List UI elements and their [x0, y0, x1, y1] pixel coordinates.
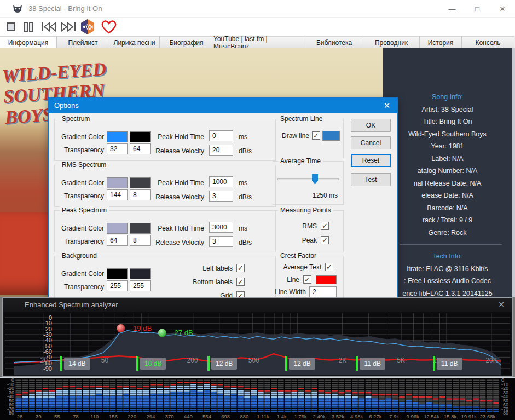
transparency-input-1[interactable]	[107, 280, 128, 291]
pause-button[interactable]	[21, 19, 36, 34]
tab-7[interactable]: История	[420, 36, 462, 48]
average-time-slider[interactable]	[277, 178, 339, 180]
stop-button[interactable]	[3, 19, 19, 34]
left-labels-checkbox[interactable]: ✓	[236, 264, 245, 272]
svg-text:12.54k: 12.54k	[424, 413, 439, 419]
gradient-color-label: Gradient Color	[61, 131, 104, 142]
band-crest-marker: 14 dB	[60, 356, 90, 371]
gradient-color-swatch-2[interactable]	[130, 131, 151, 142]
ok-button[interactable]: OK	[351, 119, 391, 132]
favorite-heart-icon[interactable]	[100, 19, 118, 34]
svg-text:9.96k: 9.96k	[407, 413, 419, 419]
spectrum-graph-overlay: 14 dB16 dB12 dB12 dB11 dB11 dB	[4, 312, 511, 375]
gradient-color-swatch-2[interactable]	[130, 223, 151, 234]
info-line: elease Date: N/A	[383, 189, 512, 202]
bar-analyzer-panel: 00-10-10-20-20-30-30-40-40-50-50-60-60-7…	[0, 377, 515, 420]
previous-track-button[interactable]	[39, 19, 58, 34]
average-text-checkbox[interactable]: ✓	[325, 263, 333, 271]
close-button[interactable]: ✕	[490, 0, 515, 18]
crest-line-checkbox[interactable]: ✓	[303, 275, 311, 284]
transparency-label: Transparency	[64, 145, 104, 156]
transparency-input-2[interactable]	[130, 143, 151, 154]
toolbar: 38 Special — Bring It On [2:11/5:40] 1 D…	[0, 18, 515, 36]
gradient-color-label: Gradient Color	[61, 268, 104, 279]
svg-text:554: 554	[202, 413, 211, 419]
tab-8[interactable]: Консоль	[462, 36, 514, 48]
dialog-close-icon[interactable]: ✕	[381, 101, 393, 111]
dialog-title-bar[interactable]: Options ✕	[49, 98, 397, 113]
cancel-button[interactable]: Cancel	[351, 136, 391, 149]
peak-hold-time-input[interactable]	[209, 176, 233, 187]
analyzer-title-bar[interactable]: Enhanced Spectrum analyzer ✕	[3, 298, 512, 312]
band-crest-marker: 11 dB	[433, 356, 462, 371]
transparency-input-2[interactable]	[130, 280, 151, 291]
svg-text:294: 294	[146, 413, 155, 419]
tab-3[interactable]: Биография	[160, 36, 213, 48]
info-line: nal Release Date: N/A	[383, 177, 512, 190]
gradient-color-swatch-2[interactable]	[130, 177, 151, 188]
transparency-input-1[interactable]	[107, 143, 128, 154]
tab-0[interactable]: Информация	[0, 36, 57, 48]
bottom-labels-checkbox[interactable]: ✓	[236, 278, 245, 286]
band-marker-label: 14 dB	[64, 358, 90, 370]
svg-text:440: 440	[184, 413, 193, 419]
tab-6[interactable]: Проводник	[363, 36, 420, 48]
svg-text:3.52k: 3.52k	[332, 413, 344, 419]
release-velocity-input[interactable]	[209, 191, 233, 202]
info-scrollbar[interactable]	[512, 48, 515, 297]
tab-5[interactable]: Библиотека	[305, 36, 363, 48]
tab-bar: ИнформацияПлейлистЛирика песниБиографияY…	[0, 36, 515, 48]
tab-4[interactable]: YouTube | last.fm | MusicBrainz	[213, 36, 305, 48]
svg-text:110: 110	[90, 413, 99, 419]
peak-hold-time-input[interactable]	[209, 222, 233, 233]
next-track-button[interactable]	[59, 19, 78, 34]
info-section-header: Tech Info:	[383, 250, 512, 263]
minimize-button[interactable]: —	[439, 0, 465, 18]
peak-checkbox[interactable]: ✓	[321, 236, 329, 244]
gradient-color-swatch-1[interactable]	[107, 268, 128, 279]
content-area: WILD-EYEDSOUTHERNBOYS Song Info:Artist: …	[0, 48, 515, 420]
band-marker-tick	[433, 356, 435, 371]
draw-line-color-swatch[interactable]	[322, 131, 340, 141]
svg-text:698: 698	[221, 413, 230, 419]
peak-hold-time-label: Peak Hold Time	[158, 131, 204, 142]
info-line: Label: N/A	[383, 153, 512, 165]
transparency-input-2[interactable]	[130, 235, 151, 246]
gradient-color-swatch-1[interactable]	[107, 223, 128, 234]
tab-2[interactable]: Лирика песни	[109, 36, 160, 48]
release-velocity-label: Release Velocity	[155, 237, 204, 248]
band-crest-marker: 12 dB	[207, 356, 237, 371]
band-marker-label: 16 dB	[140, 358, 166, 370]
band-marker-tick	[60, 356, 62, 371]
transparency-input-1[interactable]	[107, 235, 128, 246]
release-velocity-input[interactable]	[209, 145, 233, 156]
svg-text:6.27k: 6.27k	[369, 413, 381, 419]
peak-hold-time-input[interactable]	[209, 130, 233, 141]
draw-line-checkbox[interactable]: ✓	[312, 131, 320, 140]
gradient-color-swatch-1[interactable]	[107, 131, 128, 142]
info-line: itrate: FLAC @ 3116 Kbit/s	[383, 263, 512, 275]
gradient-color-swatch-1[interactable]	[107, 177, 128, 188]
analyzer-close-icon[interactable]: ✕	[496, 300, 507, 310]
rms-checkbox[interactable]: ✓	[321, 222, 329, 230]
reset-button[interactable]: Reset	[351, 154, 391, 167]
info-line: : Free Lossless Audio Codec	[383, 275, 512, 287]
bottom-labels-label: Bottom labels	[193, 277, 233, 287]
transparency-input-2[interactable]	[130, 189, 151, 200]
tab-1[interactable]: Плейлист	[57, 36, 109, 48]
dialog-title: Options	[54, 101, 79, 110]
spectrum-graph: 0-10-20-30-40-50-60-70-80-90205010020050…	[4, 312, 511, 375]
gradient-color-swatch-2[interactable]	[130, 268, 151, 279]
release-velocity-input[interactable]	[209, 236, 233, 247]
line-width-input[interactable]	[309, 286, 337, 297]
average-time-slider-thumb[interactable]	[312, 174, 318, 185]
rms-label: RMS	[302, 221, 317, 232]
song-info-lines: Song Info:Artist: 38 SpecialTitle: Bring…	[383, 91, 512, 297]
test-button[interactable]: Test	[351, 173, 391, 186]
analyzer-plugin-icon[interactable]	[80, 19, 95, 34]
svg-text:28: 28	[17, 413, 23, 419]
crest-line-color-swatch[interactable]	[316, 275, 337, 284]
svg-text:220: 220	[128, 413, 136, 419]
maximize-button[interactable]: □	[465, 0, 490, 18]
transparency-input-1[interactable]	[107, 189, 128, 200]
